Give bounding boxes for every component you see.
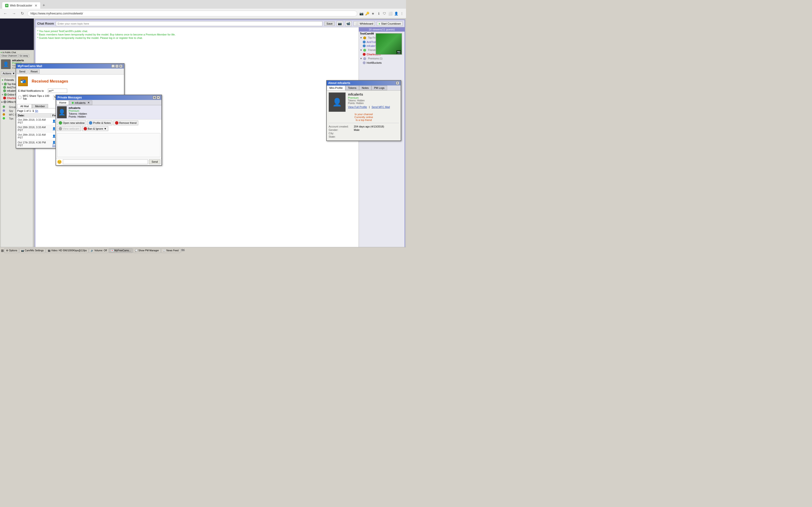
about-content: 👤 mfcalerts Premium Tokens: Hidden Point… (327, 91, 401, 140)
active-tab[interactable]: M Web Broadcaster ✕ (2, 2, 41, 9)
news-feed-icon: 📰 (163, 249, 166, 252)
forward-button[interactable]: → (11, 11, 17, 16)
viewer-name-antitroll: AntiTroll (367, 41, 376, 44)
cam-button-1[interactable]: 📷 (337, 21, 343, 26)
tree-expand-icon: ▼ (360, 49, 362, 51)
pm-home-tab[interactable]: Home (57, 101, 69, 105)
mail-window-titlebar: MyFreeCams Mail _ □ ✕ (16, 64, 124, 68)
viewer-item-hot4buckets[interactable]: Hot4Buckets (359, 61, 405, 65)
pm-restore-button[interactable]: ⧉ (153, 96, 156, 99)
pm-close-button[interactable]: ✕ (157, 96, 160, 99)
profile-icon[interactable]: 👤 (394, 11, 398, 16)
show-link[interactable]: Sh (35, 109, 38, 112)
account-created-label: Account created: (329, 125, 353, 128)
ban-ignore-button[interactable]: Ban & Ignore ▼ (82, 126, 108, 131)
save-topic-button[interactable]: Save (324, 21, 335, 26)
pm-user-online-dot (72, 102, 74, 104)
view-webcam-icon (59, 127, 62, 130)
mail-minimize-button[interactable]: _ (111, 64, 115, 68)
mail-maximize-button[interactable]: □ (115, 64, 119, 68)
open-new-window-label: Open new window (63, 121, 85, 124)
about-avatar: 👤 (329, 93, 346, 112)
whiteboard-label: Whiteboard (360, 22, 373, 25)
tab-title: Web Broadcaster (10, 4, 33, 7)
mail-close-button[interactable]: ✕ (119, 64, 122, 68)
view-webcam-button[interactable]: View webcam (57, 126, 81, 131)
show-pm-manager-button[interactable]: 💬 Show PM Manager (133, 248, 161, 253)
send-mfc-mail-link[interactable]: Send MFC Mail (372, 106, 390, 108)
pm-window-controls: ⧉ ✕ (153, 96, 160, 99)
mfc-share-tips-checkbox[interactable] (18, 96, 21, 99)
about-tokens: Tokens: Hidden (348, 99, 390, 102)
triangle-icon: ▶ (1, 101, 3, 103)
cast-icon[interactable]: 📷 (359, 11, 363, 16)
cam-mic-settings-button[interactable]: 📷 Cam/Mic Settings (19, 248, 45, 253)
about-tab-pm-logs[interactable]: PM Logs (371, 86, 387, 90)
about-user-info: mfcalerts Premium Tokens: Hidden Points:… (348, 93, 390, 108)
options-button[interactable]: ⚙ Options (4, 248, 19, 253)
shield-icon[interactable]: 🛡 (382, 11, 387, 16)
chat-message: * You have joined TestCam99's public cha… (37, 30, 357, 33)
emoji-button[interactable]: 😊 (57, 160, 62, 164)
gender-value: Male (354, 128, 360, 131)
new-tab-button[interactable]: + (41, 3, 47, 8)
remove-friend-button[interactable]: Remove friend (113, 120, 138, 125)
cam-button-2[interactable]: 📹 (345, 21, 352, 26)
mail-tab-all[interactable]: All Mail (17, 104, 32, 108)
group-offline-icon (3, 101, 6, 103)
info-icon[interactable]: ℹ (376, 11, 381, 16)
ban-ignore-icon (84, 127, 87, 130)
topic-input[interactable] (56, 21, 322, 26)
thumbnail-preview: 📷 (375, 33, 402, 55)
account-created-value: 204 days ago (4/13/2018) (354, 125, 384, 128)
bookmark-icon[interactable]: ★ (371, 11, 375, 16)
video-status-button[interactable]: 🎬 Video: HD 596/1000Kbps@11fps (46, 248, 89, 253)
tab-close-button[interactable]: ✕ (35, 4, 38, 7)
news-feed-button[interactable]: 📰 News Feed (161, 248, 181, 253)
group-count-icon (3, 106, 5, 108)
menu-icon[interactable]: ⋮ (400, 11, 404, 16)
email-input[interactable] (48, 89, 67, 93)
extensions-icon[interactable]: ⬜ (388, 11, 393, 16)
actions-dropdown-button[interactable]: Actions ▼ (1, 71, 17, 75)
mail-window-controls: _ □ ✕ (111, 64, 122, 68)
mail-reset-button[interactable]: Reset (29, 69, 40, 74)
account-created-row: Account created: 204 days ago (4/13/2018… (329, 125, 399, 128)
gender-row: Gender: Male (329, 128, 399, 131)
pm-window-titlebar: Private Messages ⧉ ✕ (56, 95, 161, 100)
pm-send-button[interactable]: Send (149, 159, 160, 164)
close-chatroom-button[interactable]: Close Chatroom (0, 54, 18, 57)
view-full-profile-link[interactable]: View Full Profile (348, 106, 367, 108)
friends-viewer-icon (363, 49, 366, 52)
pm-manager-label: Show PM Manager (139, 249, 159, 252)
volume-button[interactable]: 🔊 Volume: Off (89, 248, 108, 253)
about-tab-notes[interactable]: Notes (359, 86, 371, 90)
mail-date: Oct 28th 2018, 3:33 AM PST (16, 118, 51, 125)
antitroll-icon (363, 41, 366, 44)
about-tab-mini-profile[interactable]: Mini-Profile (327, 86, 345, 90)
password-icon[interactable]: 🔑 (365, 11, 369, 16)
about-window-titlebar: About mfcalerts ✕ (327, 80, 401, 86)
go-away-button[interactable]: Go away (18, 54, 29, 57)
whiteboard-button[interactable]: ⬜ Whiteboard (354, 21, 375, 26)
mail-tab-member[interactable]: Member (32, 104, 48, 108)
chat-message: * Guests have been temporarily muted by … (37, 37, 357, 39)
profile-notes-button[interactable]: Profile & Notes (87, 120, 112, 125)
pm-user-tab[interactable]: mfcalerts ✕ (69, 101, 92, 105)
open-new-window-button[interactable]: Open new window (57, 120, 86, 125)
start-icon[interactable]: ⊞ (1, 249, 4, 252)
city-label: City: (329, 132, 353, 135)
mail-date: Oct 28th 2018, 3:33 AM PST (16, 125, 51, 132)
mail-send-button[interactable]: Send (17, 69, 28, 74)
about-close-button[interactable]: ✕ (396, 81, 399, 85)
pm-message-input[interactable] (63, 159, 148, 164)
myfreecams-button[interactable]: 💌 MyFreeCams... (109, 248, 133, 253)
about-username: mfcalerts (348, 93, 390, 96)
reload-button[interactable]: ↻ (19, 11, 26, 16)
pm-actions: Open new window Profile & Notes Remove f… (56, 119, 161, 132)
video-label: Video: HD 596/1000Kbps@11fps (51, 249, 87, 252)
about-tab-tokens[interactable]: Tokens (345, 86, 359, 90)
pm-tab-close-icon[interactable]: ✕ (88, 101, 90, 104)
url-input[interactable] (27, 11, 357, 16)
back-button[interactable]: ← (2, 11, 9, 16)
